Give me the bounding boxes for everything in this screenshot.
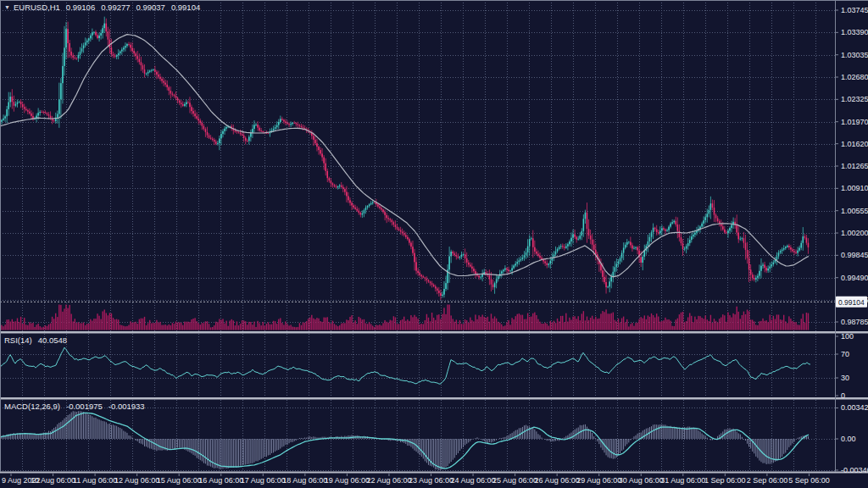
volume-bar (339, 325, 340, 330)
volume-bar (93, 319, 94, 330)
candle (632, 245, 633, 248)
candle (577, 239, 579, 240)
volume-bar (31, 324, 31, 330)
volume-bar (139, 319, 140, 330)
symbol-dropdown-icon[interactable]: ▼ (4, 4, 10, 10)
volume-bar (587, 317, 587, 330)
volume-bar (32, 323, 33, 330)
volume-bar (403, 317, 404, 330)
candle (316, 143, 318, 147)
volume-bar (598, 319, 599, 330)
volume-bar (798, 325, 799, 330)
candle (508, 269, 509, 271)
volume-bar (668, 319, 669, 330)
candle (590, 236, 592, 240)
candle (321, 153, 323, 157)
volume-bar (149, 320, 150, 330)
candle (529, 239, 531, 247)
candle (323, 158, 325, 164)
candle (81, 48, 83, 52)
candle (494, 283, 496, 287)
volume-bar (435, 320, 436, 330)
volume-bar (470, 318, 470, 330)
candle (351, 202, 353, 205)
candle (108, 31, 109, 40)
volume-bar (351, 315, 352, 330)
volume-bar (686, 321, 687, 330)
time-axis-label: 25 Aug 06:00 (492, 476, 537, 485)
panel-divider[interactable] (0, 472, 868, 474)
volume-bar (170, 325, 171, 330)
panel-divider[interactable] (0, 331, 868, 334)
candle (342, 187, 344, 189)
volume-bar (649, 317, 650, 330)
candle (398, 229, 400, 230)
volume-bar (172, 323, 173, 330)
volume-bar (80, 323, 81, 330)
volume-bar (320, 321, 320, 330)
price-axis-label: 1.03035 (841, 51, 868, 59)
candle (259, 128, 260, 130)
candle (332, 183, 334, 185)
candle (782, 250, 783, 252)
candle (184, 104, 186, 106)
rsi-name: RSI(14) (4, 336, 32, 345)
volume-bar (306, 321, 307, 330)
candle (166, 85, 168, 87)
candle (95, 32, 97, 36)
volume-bar (562, 316, 563, 330)
candle (689, 240, 691, 243)
volume-bar (635, 323, 636, 330)
volume-bar (131, 323, 132, 330)
candle (390, 219, 392, 220)
candle (334, 185, 336, 186)
candle (496, 279, 498, 283)
volume-bar (349, 317, 350, 330)
volume-bar (633, 326, 634, 330)
candle (147, 72, 149, 74)
candle (668, 227, 670, 230)
volume-bar (212, 327, 213, 330)
volume-bar (189, 322, 190, 330)
candle (377, 204, 379, 206)
volume-bar (137, 324, 138, 330)
volume-bar (321, 322, 322, 330)
candle (111, 47, 113, 54)
candle (752, 274, 754, 278)
panel-divider[interactable] (0, 397, 868, 400)
candle (682, 243, 684, 249)
volume-bar (508, 320, 509, 330)
volume-bar (793, 322, 794, 330)
candle (651, 232, 653, 236)
volume-bar (759, 321, 760, 330)
candle (633, 248, 635, 249)
candle (276, 125, 278, 127)
volume-bar (511, 318, 512, 330)
price-axis-label: 1.00555 (841, 207, 868, 215)
volume-bar (487, 317, 488, 330)
volume-bar (494, 316, 495, 330)
candle (417, 271, 419, 273)
candle (303, 127, 304, 128)
chart-canvas[interactable]: 1.037451.033901.030351.026801.023251.019… (0, 0, 868, 488)
candle (569, 241, 570, 244)
volume-bar (737, 307, 737, 330)
candle (644, 251, 646, 257)
volume-bar (381, 325, 381, 330)
time-axis-label: 30 Aug 06:00 (619, 476, 664, 485)
candle (793, 251, 795, 252)
volume-bar (207, 321, 208, 330)
volume-bar (159, 322, 160, 330)
candle (663, 228, 665, 229)
candle (445, 283, 447, 289)
candle (238, 132, 240, 133)
volume-bar (542, 324, 543, 330)
volume-bar (552, 323, 553, 330)
volume-bar (585, 320, 586, 330)
candle (78, 55, 80, 58)
volume-bar (95, 319, 96, 330)
candle (159, 77, 161, 79)
volume-bar (281, 323, 282, 330)
volume-bar (268, 322, 269, 330)
rsi-axis-label: 0 (841, 391, 845, 400)
